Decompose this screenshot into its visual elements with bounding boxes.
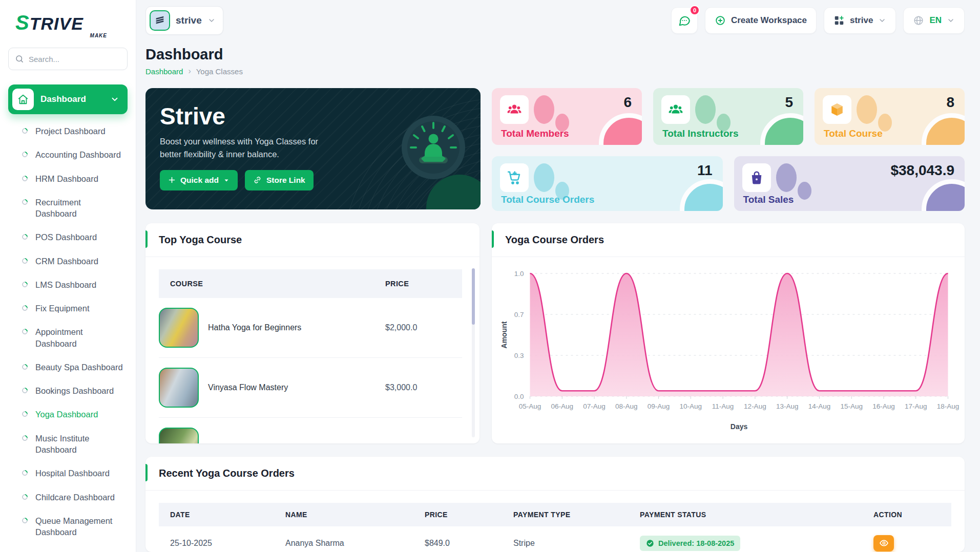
- dashboard-bullet-icon: [21, 281, 29, 289]
- sidebar-item-label: Fix Equipment: [35, 303, 89, 314]
- chat-icon: [678, 14, 691, 27]
- svg-text:14-Aug: 14-Aug: [808, 402, 831, 410]
- column-action: ACTION: [862, 511, 951, 519]
- sidebar-item-hospital-dashboard[interactable]: Hospital Dashboard: [8, 461, 128, 485]
- dashboard-bullet-icon: [21, 198, 29, 206]
- sidebar-item-label: CRM Dashboard: [35, 256, 98, 267]
- middle-row: Top Yoga Course COURSE PRICE Hatha Yoga …: [145, 223, 965, 443]
- stat-label: Total Course Orders: [501, 194, 594, 205]
- course-cell: Hatha Yoga for Beginners: [159, 308, 385, 348]
- workspace-chip-label: strive: [176, 15, 202, 26]
- stat-card-total-members: 6Total Members: [492, 88, 642, 145]
- stat-value: 8: [946, 94, 954, 111]
- workspace-tile-icon: [150, 10, 170, 31]
- link-icon: [253, 176, 262, 184]
- dashboard-bullet-icon: [21, 127, 29, 135]
- dashboard-bullet-icon: [21, 363, 29, 371]
- orders-area-chart: 0.00.30.71.005-Aug06-Aug07-Aug08-Aug09-A…: [492, 257, 965, 436]
- store-link-button[interactable]: Store Link: [245, 170, 314, 190]
- svg-text:0.3: 0.3: [514, 352, 524, 359]
- sidebar-item-fix-equipment[interactable]: Fix Equipment: [8, 296, 128, 320]
- sidebar-item-recruitment-dashboard[interactable]: Recruitment Dashboard: [8, 190, 128, 226]
- sidebar-item-queue-management-dashboard[interactable]: Queue Management Dashboard: [8, 509, 128, 544]
- course-icon: [823, 95, 851, 124]
- workspace-switcher[interactable]: strive: [824, 7, 896, 34]
- instructors-icon: [661, 95, 690, 124]
- chevron-down-icon: [110, 95, 119, 104]
- decor-corner: [760, 113, 803, 145]
- breadcrumb-separator: ›: [188, 67, 191, 76]
- dashboard-bullet-icon: [21, 493, 29, 501]
- course-row: Vinyasa Flow Mastery$3,000.0: [159, 358, 462, 418]
- sidebar-item-crm-dashboard[interactable]: CRM Dashboard: [8, 249, 128, 273]
- create-workspace-button[interactable]: Create Workspace: [705, 7, 817, 34]
- topbar: strive 0 Create Workspace: [145, 0, 965, 35]
- sidebar-item-label: LMS Dashboard: [35, 279, 96, 290]
- workspace-chip[interactable]: strive: [145, 6, 223, 35]
- svg-text:17-Aug: 17-Aug: [905, 402, 927, 410]
- brand-logo-text: STRIVE: [15, 12, 84, 33]
- yoga-course-orders-card: Yoga Course Orders 0.00.30.71.005-Aug06-…: [492, 223, 965, 443]
- sidebar-item-label: POS Dashboard: [35, 231, 97, 243]
- column-price: PRICE: [385, 280, 462, 288]
- check-badge-icon: [646, 539, 654, 547]
- plus-circle-icon: [715, 15, 726, 26]
- sidebar-item-music-institute-dashboard[interactable]: Music Institute Dashboard: [8, 427, 128, 462]
- top-yoga-course-card: Top Yoga Course COURSE PRICE Hatha Yoga …: [145, 223, 479, 443]
- sidebar-item-project-dashboard[interactable]: Project Dashboard: [8, 119, 128, 143]
- top-yoga-course-header: Top Yoga Course: [145, 223, 479, 257]
- search-input[interactable]: [29, 55, 121, 63]
- language-selector[interactable]: EN: [903, 7, 965, 34]
- decor-blob: [798, 182, 811, 200]
- svg-text:13-Aug: 13-Aug: [776, 402, 799, 410]
- sidebar-item-hrm-dashboard[interactable]: HRM Dashboard: [8, 167, 128, 190]
- sidebar-item-label: Project Dashboard: [35, 125, 106, 137]
- breadcrumb-dashboard[interactable]: Dashboard: [145, 67, 183, 76]
- sidebar-item-childcare-dashboard[interactable]: Childcare Dashboard: [8, 485, 128, 509]
- orders-table-header: DATENAMEPRICEPAYMENT TYPEPAYMENT STATUSA…: [159, 503, 951, 526]
- decor-corner: [599, 113, 642, 145]
- sidebar-item-bookings-dashboard[interactable]: Bookings Dashboard: [8, 379, 128, 402]
- sidebar-item-appointment-dashboard[interactable]: Appointment Dashboard: [8, 320, 128, 355]
- chevron-down-icon: [207, 16, 216, 25]
- sidebar-item-label: Yoga Dashboard: [35, 409, 98, 420]
- green-accent-bar: [145, 464, 148, 481]
- sidebar-item-lms-dashboard[interactable]: LMS Dashboard: [8, 273, 128, 296]
- sidebar-item-pos-dashboard[interactable]: POS Dashboard: [8, 225, 128, 249]
- sidebar-item-label: Childcare Dashboard: [35, 492, 115, 503]
- yoga-dashboard-app: STRIVE MAKE Dashboard Project DashboardA…: [0, 0, 980, 552]
- course-cell: Advanced Vinyasa Flow Mastery: [159, 428, 385, 443]
- course-scrollbar-thumb[interactable]: [472, 268, 475, 325]
- sidebar-item-accounting-dashboard[interactable]: Accounting Dashboard: [8, 143, 128, 166]
- sidebar-group-dashboard[interactable]: Dashboard: [8, 84, 128, 114]
- sidebar-item-label: Queue Management Dashboard: [35, 515, 124, 538]
- green-accent-bar: [145, 230, 148, 248]
- svg-text:Days: Days: [731, 422, 748, 431]
- order-price: $849.0: [413, 539, 502, 548]
- sidebar-item-label: Appointment Dashboard: [35, 326, 124, 349]
- svg-text:12-Aug: 12-Aug: [744, 402, 766, 410]
- course-name: Advanced Vinyasa Flow Mastery: [208, 443, 327, 443]
- dashboard-bullet-icon: [21, 410, 29, 418]
- svg-text:06-Aug: 06-Aug: [551, 402, 573, 410]
- caret-down-icon: [223, 177, 230, 183]
- view-order-button[interactable]: [873, 535, 894, 551]
- breadcrumb-current: Yoga Classes: [196, 67, 243, 76]
- sidebar-item-yoga-dashboard[interactable]: Yoga Dashboard: [8, 402, 128, 426]
- decor-corner: [922, 179, 965, 211]
- column-date: DATE: [159, 511, 274, 519]
- dashboard-bullet-icon: [21, 174, 29, 182]
- quick-add-button[interactable]: Quick add: [160, 170, 238, 190]
- chat-button[interactable]: 0: [671, 7, 698, 34]
- sidebar-item-label: Tattoo Studio: [35, 550, 85, 552]
- stat-cards: 6Total Members5Total Instructors8Total C…: [492, 88, 965, 211]
- course-row: Advanced Vinyasa Flow Mastery$150.0: [159, 418, 462, 443]
- stat-card-total-course-orders: 11Total Course Orders: [492, 156, 723, 211]
- chevron-down-icon: [878, 16, 886, 25]
- dashboard-bullet-icon: [21, 469, 29, 477]
- sidebar-item-beauty-spa-dashboard[interactable]: Beauty Spa Dashboard: [8, 355, 128, 379]
- svg-text:09-Aug: 09-Aug: [648, 402, 670, 410]
- sidebar-item-label: Bookings Dashboard: [35, 385, 114, 396]
- decor-blob: [776, 163, 797, 192]
- sidebar-item-tattoo-studio[interactable]: Tattoo Studio: [8, 544, 128, 552]
